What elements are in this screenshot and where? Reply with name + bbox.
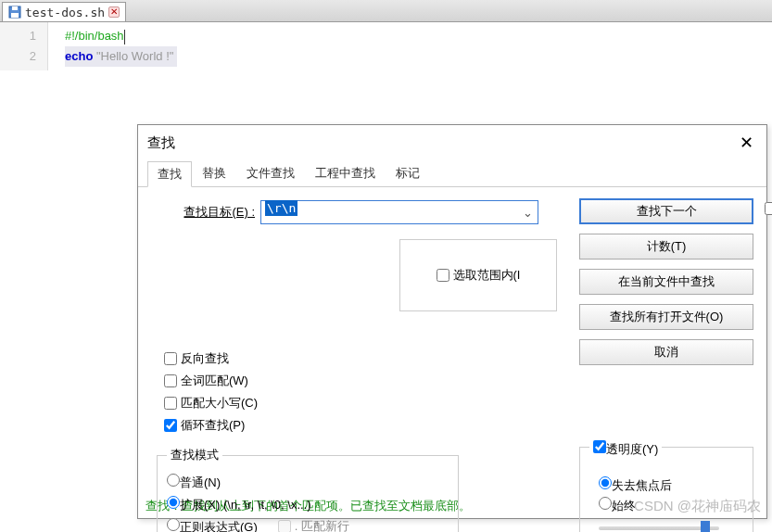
close-icon[interactable]: ✕ — [736, 133, 757, 153]
code-editor[interactable]: 1 2 #!/bin/bash echo "Hello World !" — [0, 22, 772, 70]
extra-checkbox[interactable] — [765, 202, 772, 215]
file-tab[interactable]: test-dos.sh ✕ — [2, 2, 126, 21]
select-range-checkbox[interactable]: 选取范围内(I — [437, 267, 521, 284]
search-target-label: 查找目标(E) : — [149, 204, 260, 221]
mode-normal-radio[interactable]: 普通(N) — [167, 474, 221, 491]
find-in-current-button[interactable]: 在当前文件中查找 — [579, 269, 753, 295]
find-dialog: 查找 ✕ 查找 替换 文件查找 工程中查找 标记 查找目标(E) : \r\n … — [137, 124, 767, 519]
disk-icon — [8, 6, 21, 19]
transparency-checkbox[interactable]: 透明度(Y) — [593, 440, 658, 458]
mode-extended-radio[interactable]: 扩展(X) (\n, \r, \t, \0, \x...) — [167, 496, 311, 513]
tab-project-find[interactable]: 工程中查找 — [305, 160, 386, 186]
dialog-title: 查找 — [147, 134, 736, 152]
match-case-checkbox[interactable]: 匹配大小写(C) — [164, 395, 258, 412]
search-mode-group: 查找模式 普通(N) 扩展(X) (\n, \r, \t, \0, \x...)… — [157, 447, 459, 532]
search-mode-legend: 查找模式 — [167, 447, 222, 463]
match-newline-checkbox — [278, 520, 291, 532]
trans-lose-focus-radio[interactable]: 失去焦点后 — [599, 476, 672, 494]
transparency-slider[interactable] — [599, 526, 719, 530]
svg-rect-2 — [12, 6, 18, 10]
dialog-titlebar: 查找 ✕ — [138, 125, 766, 160]
tab-mark[interactable]: 标记 — [386, 160, 430, 186]
file-tab-bar: test-dos.sh ✕ — [0, 0, 772, 22]
search-input-wrap: \r\n ⌄ — [260, 200, 538, 224]
loop-checkbox[interactable]: 循环查找(P) — [164, 417, 258, 434]
slider-thumb[interactable] — [701, 521, 710, 532]
mode-regex-radio[interactable]: 正则表达式(G) — [167, 518, 258, 533]
range-box: 选取范围内(I — [399, 239, 557, 311]
whole-word-checkbox[interactable]: 全词匹配(W) — [164, 373, 258, 389]
search-options: 反向查找 全词匹配(W) 匹配大小写(C) 循环查找(P) — [164, 350, 258, 434]
action-buttons: 查找下一个 计数(T) 在当前文件中查找 查找所有打开文件(O) 取消 — [579, 198, 753, 365]
transparency-group: 透明度(Y) 失去焦点后 始终 — [579, 447, 753, 532]
tab-replace[interactable]: 替换 — [192, 160, 236, 186]
search-input[interactable]: \r\n — [260, 200, 538, 224]
cancel-button[interactable]: 取消 — [579, 339, 753, 365]
svg-rect-1 — [11, 13, 19, 18]
tab-find[interactable]: 查找 — [147, 161, 192, 187]
trans-always-radio[interactable]: 始终 — [599, 497, 636, 514]
code-area[interactable]: #!/bin/bash echo "Hello World !" — [48, 22, 177, 70]
close-icon[interactable]: ✕ — [108, 6, 120, 18]
chevron-down-icon[interactable]: ⌄ — [518, 202, 537, 222]
find-next-button[interactable]: 查找下一个 — [579, 198, 753, 224]
dialog-tabs: 查找 替换 文件查找 工程中查找 标记 — [138, 160, 766, 187]
reverse-checkbox[interactable]: 反向查找 — [164, 350, 258, 367]
file-tab-label: test-dos.sh — [25, 6, 105, 19]
line-gutter: 1 2 — [0, 22, 48, 70]
find-all-open-button[interactable]: 查找所有打开文件(O) — [579, 304, 753, 330]
count-button[interactable]: 计数(T) — [579, 234, 753, 260]
tab-file-find[interactable]: 文件查找 — [236, 160, 305, 186]
